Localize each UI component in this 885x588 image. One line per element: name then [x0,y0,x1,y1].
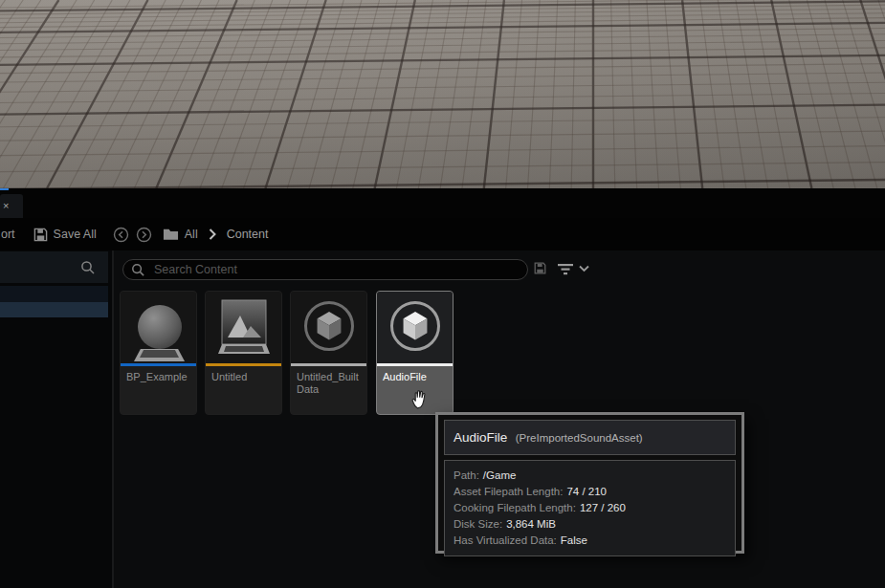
asset-tooltip: AudioFile (PreImportedSoundAsset) Path:/… [435,412,744,554]
tooltip-detail-box: Path:/Game Asset Filepath Length:74 / 21… [444,460,736,556]
tooltip-row-path: Path:/Game [454,468,726,484]
tooltip-asset-name: AudioFile [454,430,507,445]
tab-close-icon[interactable]: × [3,200,9,211]
folder-tree-row-selected[interactable] [0,302,108,317]
asset-thumbnail [206,292,281,363]
level-viewport[interactable] [0,0,885,188]
blueprint-sphere-icon [138,305,182,349]
tab-accent-bar [0,188,9,190]
tooltip-row-virtualized: Has Virtualized Data:False [454,533,726,549]
save-all-icon [33,228,48,242]
data-cube-icon [304,301,354,351]
asset-search-row [114,254,885,285]
search-icon [131,263,145,277]
sources-search-bar[interactable] [0,251,108,283]
tooltip-row-cooking-filepath: Cooking Filepath Length:127 / 260 [454,500,726,516]
breadcrumb-chevron-icon [209,229,216,240]
tooltip-title-box: AudioFile (PreImportedSoundAsset) [444,420,736,455]
search-input[interactable] [152,262,520,277]
save-search-icon[interactable] [534,262,546,274]
content-browser-toolbar: ort Save All [0,218,885,250]
save-all-button[interactable]: Save All [33,228,97,242]
forward-button[interactable] [136,227,152,243]
filter-icon[interactable] [557,262,574,275]
asset-label: Untitled [206,366,281,388]
asset-search-field[interactable] [122,259,528,280]
asset-tile-bp-example[interactable]: BP_Example [120,291,197,415]
back-button[interactable] [113,227,129,243]
asset-thumbnail [121,292,196,363]
asset-tile-untitled[interactable]: Untitled [205,291,282,415]
breadcrumb-current[interactable]: Content [227,228,269,241]
asset-label: BP_Example [121,366,196,388]
asset-thumbnail [291,292,366,363]
asset-label: Untitled_Built Data [291,366,366,401]
content-browser-tab[interactable]: × [0,194,23,218]
asset-tile-untitled-built-data[interactable]: Untitled_Built Data [290,291,367,415]
import-button-partial[interactable]: ort [1,228,15,241]
tooltip-row-disk-size: Disk Size:3,864 MiB [454,516,726,533]
breadcrumb: All Content [163,228,269,241]
tooltip-row-asset-filepath: Asset Filepath Length:74 / 210 [454,484,726,500]
viewport-vignette [0,0,885,188]
blueprint-pedestal-inner [140,350,179,358]
asset-thumbnail [377,292,453,363]
search-icon [80,260,96,275]
back-arrow-icon [113,227,129,243]
sound-cube-icon [390,301,440,351]
unreal-editor-screen: × ort Save All [0,0,885,588]
level-mountains-icon [218,299,270,357]
tooltip-asset-type: (PreImportedSoundAsset) [516,432,643,444]
sources-panel [0,250,112,588]
hand-cursor [409,385,432,410]
chevron-down-icon[interactable] [579,265,589,272]
tab-strip: × [0,188,885,218]
folder-icon [163,228,179,241]
folder-tree-row[interactable] [0,286,108,302]
forward-arrow-icon [136,227,152,243]
breadcrumb-root[interactable]: All [185,228,198,241]
